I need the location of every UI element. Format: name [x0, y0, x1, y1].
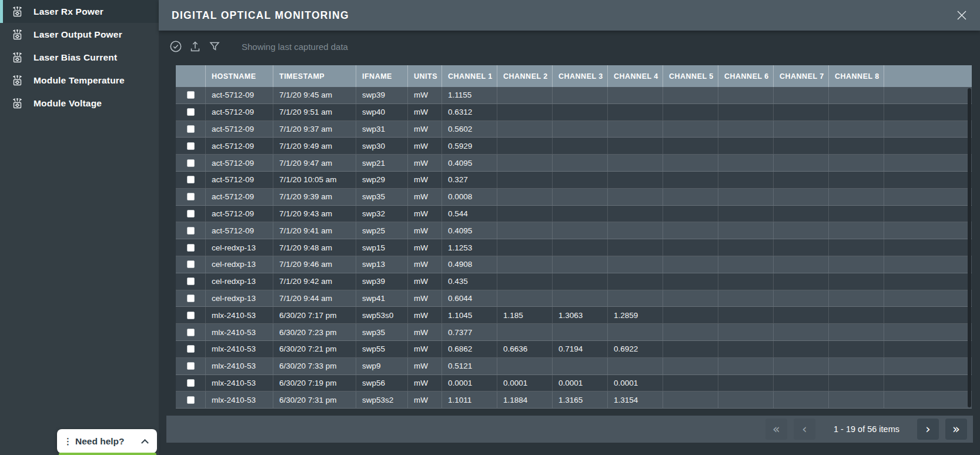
column-header[interactable]: UNITS: [408, 65, 442, 87]
sidebar-item[interactable]: Laser Bias Current: [0, 46, 159, 69]
table-cell: [553, 358, 608, 374]
column-header-empty: [176, 65, 206, 87]
table-cell: [553, 189, 608, 205]
table-cell: mW: [408, 358, 442, 374]
row-checkbox[interactable]: [187, 108, 195, 116]
need-help-button[interactable]: ⋮ Need help?: [57, 429, 157, 453]
table-cell: 7/1/20 9:37 am: [273, 121, 356, 138]
row-checkbox[interactable]: [187, 277, 195, 285]
sidebar-item[interactable]: Laser Output Power: [0, 23, 159, 46]
table-cell: swp53s2: [356, 392, 408, 408]
table-header-row: HOSTNAMETIMESTAMPIFNAMEUNITSCHANNEL 1CHA…: [176, 65, 972, 87]
table-cell: 1.1884: [497, 392, 553, 408]
filter-icon[interactable]: [207, 39, 222, 54]
table-cell: 1.185: [497, 307, 553, 323]
column-header[interactable]: CHANNEL 7: [774, 65, 829, 87]
row-checkbox[interactable]: [187, 159, 195, 167]
table-cell: [774, 392, 829, 408]
table-cell: mlx-2410-53: [206, 341, 273, 357]
table-cell: mlx-2410-53: [206, 392, 273, 408]
row-checkbox[interactable]: [187, 396, 195, 404]
column-header[interactable]: TIMESTAMP: [273, 65, 356, 87]
row-checkbox[interactable]: [187, 142, 195, 150]
column-header[interactable]: IFNAME: [356, 65, 408, 87]
table-cell: [718, 392, 774, 408]
pagination-bar: « ‹ 1 - 19 of 56 items › »: [166, 416, 973, 443]
row-checkbox[interactable]: [187, 312, 195, 319]
row-checkbox[interactable]: [187, 176, 195, 183]
table-cell-filler: [884, 324, 972, 340]
row-checkbox[interactable]: [187, 227, 195, 235]
row-checkbox[interactable]: [187, 362, 195, 370]
column-header[interactable]: CHANNEL 3: [553, 65, 608, 87]
table-cell: 0.5602: [442, 121, 497, 138]
table-cell: swp41: [356, 290, 408, 307]
pagination-prev-button[interactable]: ‹: [794, 419, 815, 440]
table-cell: [829, 189, 884, 205]
row-checkbox[interactable]: [187, 329, 195, 336]
table-cell: [774, 121, 829, 138]
table-cell: [829, 239, 884, 256]
table-cell: 1.3154: [608, 392, 663, 408]
table-cell: [497, 155, 553, 171]
optical-module-icon: [9, 72, 25, 88]
row-checkbox[interactable]: [187, 379, 195, 387]
table-cell: [829, 172, 884, 188]
table-cell: act-5712-09: [206, 138, 273, 154]
table-cell: [829, 155, 884, 171]
row-checkbox[interactable]: [187, 260, 195, 268]
check-circle-icon[interactable]: [168, 39, 183, 54]
sidebar-item[interactable]: Module Temperature: [0, 69, 159, 92]
row-checkbox[interactable]: [187, 193, 195, 200]
table-cell: [553, 273, 608, 290]
table-cell: swp21: [356, 155, 408, 171]
row-checkbox[interactable]: [187, 345, 195, 353]
table-row: act-5712-097/1/20 10:05 amswp29mW0.327: [176, 172, 972, 189]
table-cell: 0.0001: [608, 375, 663, 392]
table-cell: mW: [408, 138, 442, 154]
column-header[interactable]: CHANNEL 1: [442, 65, 497, 87]
column-header[interactable]: CHANNEL 6: [718, 65, 774, 87]
table-cell: 7/1/20 9:45 am: [273, 87, 356, 103]
table-cell: [663, 392, 718, 408]
vertical-scrollbar[interactable]: [968, 88, 971, 407]
table-cell: swp9: [356, 358, 408, 374]
sidebar-item[interactable]: Module Voltage: [0, 92, 159, 115]
table-cell: [608, 222, 663, 239]
column-header[interactable]: HOSTNAME: [206, 65, 273, 87]
column-header[interactable]: CHANNEL 8: [829, 65, 884, 87]
table-row: act-5712-097/1/20 9:43 amswp32mW0.544: [176, 206, 972, 223]
table-cell: act-5712-09: [206, 189, 273, 205]
table-cell: [774, 206, 829, 222]
column-header[interactable]: CHANNEL 2: [497, 65, 553, 87]
row-checkbox[interactable]: [187, 244, 195, 252]
table-row: act-5712-097/1/20 9:37 amswp31mW0.5602: [176, 121, 972, 138]
table-cell: mlx-2410-53: [206, 324, 273, 340]
table-cell-filler: [884, 392, 972, 408]
table-cell: [829, 222, 884, 239]
pagination-first-button[interactable]: «: [765, 419, 787, 440]
checkbox-cell: [176, 206, 206, 222]
table-cell: 6/30/20 7:23 pm: [273, 324, 356, 340]
table-cell: [553, 256, 608, 273]
checkbox-cell: [176, 121, 206, 138]
table-cell: [718, 375, 774, 392]
export-icon[interactable]: [188, 39, 203, 54]
column-header[interactable]: CHANNEL 4: [608, 65, 663, 87]
close-icon[interactable]: [955, 8, 969, 22]
column-header[interactable]: CHANNEL 5: [663, 65, 718, 87]
table-cell: [829, 121, 884, 138]
table-cell: [497, 121, 553, 138]
pagination-last-button[interactable]: »: [945, 419, 967, 440]
row-checkbox[interactable]: [187, 91, 195, 99]
table-cell: [497, 206, 553, 222]
pagination-next-button[interactable]: ›: [917, 419, 939, 440]
table-cell: [553, 155, 608, 171]
row-checkbox[interactable]: [187, 295, 195, 302]
row-checkbox[interactable]: [187, 125, 195, 133]
table-cell: [497, 138, 553, 154]
sidebar-item[interactable]: Laser Rx Power: [0, 0, 159, 23]
table-cell: [718, 222, 774, 239]
row-checkbox[interactable]: [187, 210, 195, 218]
table-cell: 1.1155: [442, 87, 497, 103]
